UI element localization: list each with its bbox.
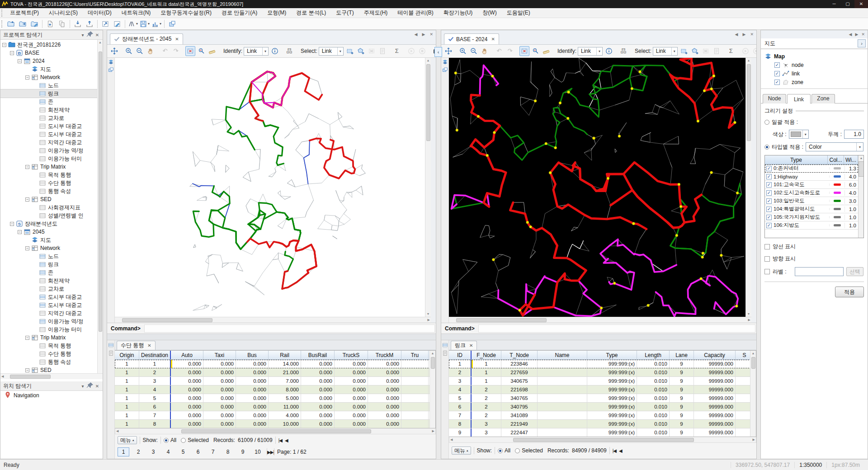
column-header[interactable]: Origin bbox=[115, 351, 139, 359]
locate-tool[interactable] bbox=[530, 46, 540, 56]
scroll-up-icon[interactable]: ▲ bbox=[860, 155, 863, 161]
table-cell[interactable] bbox=[401, 385, 429, 394]
table-cell[interactable]: 99999.000 bbox=[694, 368, 736, 376]
table-cell[interactable]: 0.000 bbox=[335, 420, 368, 428]
table-cell[interactable]: 1 bbox=[115, 377, 139, 385]
statistics-tool[interactable]: Σ bbox=[392, 46, 402, 56]
tab-close-icon[interactable]: ✕ bbox=[469, 343, 473, 348]
table-cell[interactable] bbox=[401, 403, 429, 411]
table-cell[interactable]: 0.000 bbox=[301, 385, 335, 394]
table-cell[interactable]: 0.000 bbox=[236, 368, 269, 376]
table-cell[interactable]: 99999.000 bbox=[694, 403, 736, 411]
grab-tool[interactable] bbox=[146, 46, 156, 56]
horizontal-splitter[interactable] bbox=[107, 334, 436, 340]
map-horizontal-scrollbar[interactable]: ▶ bbox=[115, 317, 431, 323]
table-cell[interactable]: 9 bbox=[670, 385, 694, 394]
identify-mode-select[interactable]: Link▾ bbox=[244, 47, 269, 56]
layer-checkbox[interactable]: ✓ bbox=[774, 71, 780, 76]
table-cell[interactable]: 3 bbox=[139, 377, 171, 385]
play-tool[interactable] bbox=[406, 46, 416, 56]
table-cell[interactable]: 2 bbox=[472, 394, 501, 402]
tree-item[interactable]: 이용가능 역/정 bbox=[0, 317, 97, 325]
table-cell[interactable] bbox=[401, 360, 429, 368]
window-splitter[interactable]: ‹ bbox=[436, 30, 441, 459]
layer-item-node[interactable]: ✓node bbox=[764, 61, 868, 69]
close-icon[interactable]: ✕ bbox=[94, 384, 101, 389]
table-cell[interactable]: 222447 bbox=[501, 428, 538, 437]
table-cell[interactable] bbox=[401, 368, 429, 376]
panel-expand-icon[interactable]: › bbox=[858, 39, 866, 47]
table-cell[interactable]: 0.000 bbox=[203, 411, 236, 419]
table-cell[interactable]: 2 bbox=[472, 411, 501, 419]
table-cell[interactable]: 999:999:(x) bbox=[587, 411, 637, 419]
tree-item[interactable]: 이용가능 역/정 bbox=[0, 146, 97, 155]
table-cell[interactable]: 0.000 bbox=[236, 403, 269, 411]
zoom-out-tool[interactable] bbox=[135, 46, 145, 56]
table-cell[interactable]: 1 bbox=[115, 394, 139, 402]
table-row[interactable]: 93222447999:999:(x)0.010999999.000 bbox=[449, 428, 756, 437]
previous-view-tool[interactable]: ↶ bbox=[494, 46, 504, 56]
table-row[interactable]: 180.0000.0000.00010.0000.0000.0000.000 bbox=[115, 420, 435, 428]
expander-icon[interactable]: − bbox=[10, 51, 14, 55]
tree-item[interactable]: −S장래분석년도 bbox=[0, 220, 97, 228]
table-cell[interactable]: 99999.000 bbox=[694, 385, 736, 394]
radio-option[interactable]: Selected bbox=[181, 437, 211, 443]
poi-display-tool[interactable]: 品 bbox=[284, 46, 294, 56]
table-row[interactable]: 62340795999:999:(x)0.010999999.000 bbox=[449, 403, 756, 411]
page-number-button[interactable]: 8 bbox=[222, 449, 234, 455]
type-style-row[interactable]: ✓104:특별광역시도1.0 bbox=[765, 205, 858, 213]
table-cell[interactable]: 999:999:(x) bbox=[587, 360, 637, 368]
pan-tool[interactable] bbox=[443, 46, 453, 56]
table-row[interactable]: 21227659999:999:(x)0.010999999.000 bbox=[449, 368, 756, 377]
expander-icon[interactable]: − bbox=[25, 246, 29, 250]
table-cell[interactable]: 99999.000 bbox=[694, 394, 736, 402]
tree-item[interactable]: 존 bbox=[0, 98, 97, 106]
table-cell[interactable]: 7 bbox=[449, 411, 472, 419]
table-cell[interactable]: 1 bbox=[472, 368, 501, 376]
table-cell[interactable]: 0.000 bbox=[236, 377, 269, 385]
table-cell[interactable]: 4.000 bbox=[269, 411, 301, 419]
table-cell[interactable]: 0.010 bbox=[637, 360, 670, 368]
command-input[interactable] bbox=[144, 324, 435, 333]
table-cell[interactable]: 9 bbox=[670, 411, 694, 419]
table-cell[interactable] bbox=[538, 368, 587, 376]
edit-project-button[interactable] bbox=[29, 19, 40, 29]
tree-item[interactable]: 회전제약 bbox=[0, 277, 97, 285]
close-icon[interactable]: ✕ bbox=[94, 33, 101, 38]
type-style-row[interactable]: ✓0:존커넥터1.3 bbox=[765, 164, 858, 173]
table-row[interactable]: 11223846999:999:(x)0.010999999.000 bbox=[449, 360, 756, 368]
attribute-report-tool[interactable] bbox=[712, 46, 722, 56]
table-cell[interactable]: 0.000 bbox=[301, 394, 335, 402]
statistics-tool[interactable]: Σ bbox=[726, 46, 736, 56]
type-checkbox[interactable]: ✓ bbox=[766, 174, 772, 179]
table-menu-button[interactable]: 메뉴▴ bbox=[118, 436, 137, 444]
tab-node[interactable]: Node bbox=[763, 94, 786, 103]
scroll-up-icon[interactable]: ▲ bbox=[747, 58, 750, 63]
table-cell[interactable]: 0.000 bbox=[203, 377, 236, 385]
previous-page-button[interactable]: ◀ bbox=[285, 438, 288, 443]
scroll-up-icon[interactable]: ▲ bbox=[427, 58, 430, 63]
navigation-item[interactable]: Navigation bbox=[0, 391, 103, 400]
tab-link[interactable]: Link bbox=[787, 94, 811, 103]
expander-icon[interactable]: − bbox=[25, 368, 29, 372]
expander-icon[interactable]: − bbox=[25, 75, 29, 80]
table-row[interactable]: 150.0000.0000.0005.0000.0000.0000.000 bbox=[115, 394, 435, 403]
table-cell[interactable]: 223846 bbox=[501, 360, 538, 368]
table-cell[interactable]: 1 bbox=[115, 368, 139, 376]
tree-item[interactable]: 존 bbox=[0, 268, 97, 277]
tree-vertical-scrollbar[interactable]: ▲ bbox=[97, 40, 103, 373]
table-cell[interactable]: 21.000 bbox=[269, 368, 301, 376]
last-page-button[interactable]: ▶| bbox=[270, 450, 274, 455]
scroll-up-icon[interactable]: ▲ bbox=[99, 40, 102, 45]
table-row[interactable]: 52340765999:999:(x)0.010999999.000 bbox=[449, 394, 756, 403]
type-checkbox[interactable]: ✓ bbox=[766, 166, 772, 171]
table-cell[interactable]: 5.000 bbox=[269, 394, 301, 402]
tab-zone[interactable]: Zone bbox=[811, 94, 835, 103]
menu-item[interactable]: 모형(M) bbox=[262, 8, 291, 18]
column-header[interactable]: F_Node bbox=[472, 351, 501, 359]
scrollbar-thumb[interactable] bbox=[751, 357, 755, 369]
table-cell[interactable]: 999:999:(x) bbox=[587, 428, 637, 437]
scroll-tabs-left-icon[interactable]: ◀ bbox=[734, 32, 739, 37]
locate-tool[interactable] bbox=[196, 46, 206, 56]
panel-collapse-handle[interactable]: ‹ bbox=[434, 47, 442, 57]
